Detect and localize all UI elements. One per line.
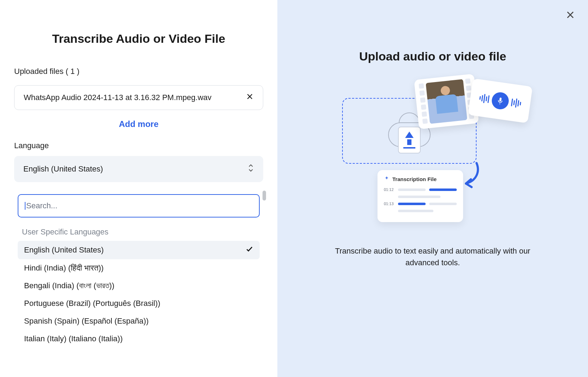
check-icon bbox=[246, 245, 253, 255]
language-option[interactable]: Bengali (India) (বাংলা (ভারত)) bbox=[18, 277, 260, 295]
timestamp: 01:13 bbox=[384, 202, 394, 206]
uploaded-file-chip: WhatsApp Audio 2024-11-13 at 3.16.32 PM.… bbox=[14, 85, 263, 110]
text-cursor bbox=[25, 202, 25, 210]
add-more-link[interactable]: Add more bbox=[14, 119, 263, 129]
transcription-card: Transcription File 01:12 -- 01:13 -- bbox=[377, 170, 463, 222]
waveform-left bbox=[479, 93, 490, 104]
transcription-card-title: Transcription File bbox=[392, 176, 437, 182]
waveform-right bbox=[511, 98, 521, 109]
sparkle-icon bbox=[384, 176, 390, 182]
language-option[interactable]: Hindi (India) (हिंदी भारत)) bbox=[18, 259, 260, 277]
language-option[interactable]: Portuguese (Brazil) (Português (Brasil)) bbox=[18, 295, 260, 312]
video-thumbnail-card bbox=[414, 74, 479, 129]
upload-title: Upload audio or video file bbox=[359, 50, 506, 63]
upload-description: Transcribe audio to text easily and auto… bbox=[334, 245, 532, 268]
timestamp: 01:12 bbox=[384, 187, 394, 192]
uploaded-files-label: Uploaded files ( 1 ) bbox=[14, 67, 263, 76]
uploaded-file-name: WhatsApp Audio 2024-11-13 at 3.16.32 PM.… bbox=[24, 93, 212, 102]
language-option-label: English (United States) bbox=[24, 245, 104, 255]
upload-arrow-icon bbox=[398, 127, 421, 153]
language-select[interactable]: English (United States) bbox=[14, 156, 263, 182]
language-select-value: English (United States) bbox=[23, 164, 103, 174]
language-option[interactable]: Italian (Italy) (Italiano (Italia)) bbox=[18, 330, 260, 348]
caret-sort-icon bbox=[248, 164, 254, 174]
language-option[interactable]: Spanish (Spain) (Español (España)) bbox=[18, 312, 260, 330]
language-option-label: Bengali (India) (বাংলা (ভারত)) bbox=[24, 281, 114, 290]
remove-file-icon[interactable] bbox=[246, 93, 254, 103]
language-option-label: Spanish (Spain) (Español (España)) bbox=[24, 317, 149, 326]
language-dropdown: User Specific Languages English (United … bbox=[14, 189, 263, 348]
language-option-label: Italian (Italy) (Italiano (Italia)) bbox=[24, 334, 123, 343]
upload-illustration: Transcription File 01:12 -- 01:13 -- bbox=[334, 77, 532, 232]
language-option-label: Hindi (India) (हिंदी भारत)) bbox=[24, 263, 104, 273]
language-option-label: Portuguese (Brazil) (Português (Brasil)) bbox=[24, 299, 160, 308]
language-search-input[interactable] bbox=[26, 201, 253, 210]
section-header: User Specific Languages bbox=[18, 224, 260, 241]
language-option[interactable]: English (United States) bbox=[18, 241, 260, 259]
close-icon[interactable] bbox=[565, 10, 575, 21]
language-search-box[interactable] bbox=[18, 194, 260, 218]
scrollbar-thumb[interactable] bbox=[263, 191, 266, 201]
page-title: Transcribe Audio or Video File bbox=[14, 32, 263, 46]
language-label: Language bbox=[14, 141, 263, 150]
microphone-icon bbox=[491, 91, 510, 110]
